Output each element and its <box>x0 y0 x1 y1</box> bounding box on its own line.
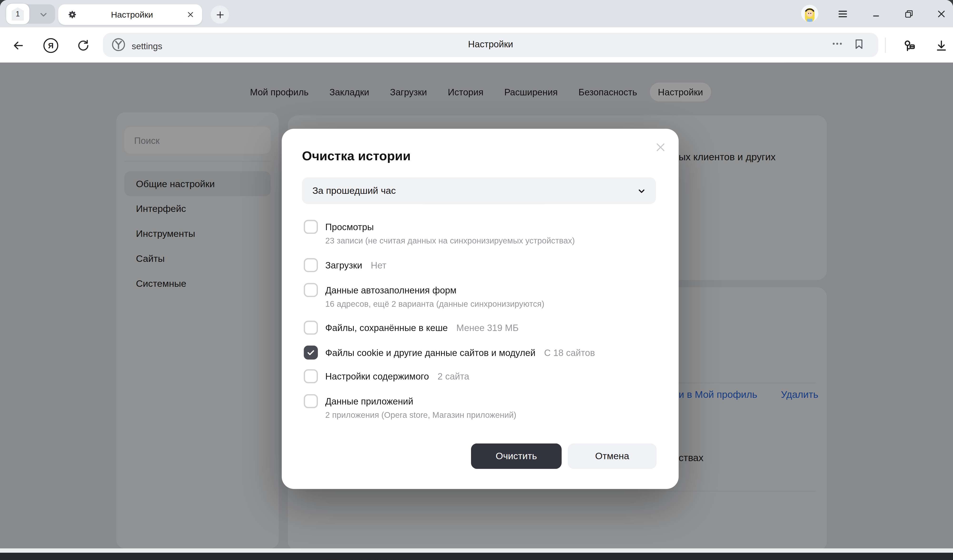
row-subtext: 23 записи (не считая данных на синхрониз… <box>325 237 575 245</box>
history-item-row: Файлы, сохранённые в кеше Менее 319 МБ <box>304 321 666 335</box>
tab-counter-badge: 1 <box>12 8 24 21</box>
back-button[interactable] <box>11 37 26 53</box>
tab-list-dropdown[interactable]: 1 <box>6 4 55 24</box>
history-item-row: Загрузки Нет <box>304 258 666 272</box>
clear-button[interactable]: Очистить <box>471 444 562 469</box>
tab-bar: 1 Настройки <box>0 0 953 27</box>
toolbar-divider <box>885 37 886 53</box>
row-label: Данные приложений <box>325 396 413 406</box>
new-tab-button[interactable] <box>211 5 229 24</box>
tab-counter-button[interactable]: 1 <box>6 3 29 24</box>
page-title-centered: Настройки <box>103 39 878 49</box>
row-label: Просмотры <box>325 222 374 232</box>
cancel-button[interactable]: Отмена <box>568 444 657 469</box>
history-item-row: Файлы cookie и другие данные сайтов и мо… <box>304 345 666 360</box>
checkbox-autofill[interactable] <box>304 283 318 297</box>
period-select[interactable]: За прошедший час <box>302 177 656 204</box>
browser-window: 1 Настройки <box>0 0 953 560</box>
chevron-down-icon <box>39 10 48 21</box>
row-subtext: 16 адресов, ещё 2 варианта (данные синхр… <box>325 299 544 308</box>
row-label: Файлы cookie и другие данные сайтов и мо… <box>325 347 535 357</box>
close-window-button[interactable] <box>935 8 948 21</box>
dialog-close-icon[interactable] <box>654 141 666 153</box>
restore-button[interactable] <box>902 8 916 21</box>
row-label: Данные автозаполнения форм <box>325 285 456 295</box>
tab-title: Настройки <box>77 10 187 20</box>
chevron-down-icon <box>637 186 646 195</box>
row-value: С 18 сайтов <box>544 347 595 357</box>
row-value: Менее 319 МБ <box>456 322 518 333</box>
checkbox-app-data[interactable] <box>304 394 318 408</box>
more-actions-icon[interactable] <box>831 37 843 52</box>
menu-hamburger-icon[interactable] <box>836 8 850 21</box>
desktop-strip <box>0 552 953 560</box>
yandex-home-button[interactable]: Я <box>43 37 59 53</box>
checkbox-content-settings[interactable] <box>304 369 318 383</box>
row-label: Настройки содержимого <box>325 371 429 381</box>
minimize-button[interactable] <box>870 8 883 21</box>
dialog-title: Очистка истории <box>302 149 411 163</box>
tab-close-icon[interactable] <box>187 11 194 18</box>
tab-count: 1 <box>16 10 20 18</box>
address-bar[interactable]: settings Настройки <box>103 33 878 57</box>
row-subtext: 2 приложения (Opera store, Магазин прило… <box>325 411 516 420</box>
toolbar: Я settings Настройки <box>0 27 953 63</box>
downloads-icon[interactable] <box>933 37 950 53</box>
address-right <box>831 37 865 52</box>
window-bottom-edge <box>0 548 953 552</box>
active-tab[interactable]: Настройки <box>58 4 202 25</box>
checkbox-cookies[interactable] <box>304 345 318 360</box>
period-selected-value: За прошедший час <box>312 185 637 196</box>
checkbox-browsing-history[interactable] <box>304 220 318 234</box>
history-item-row: Просмотры 23 записи (не считая данных на… <box>304 220 666 234</box>
history-item-row: Настройки содержимого 2 сайта <box>304 369 666 383</box>
svg-text:Я: Я <box>48 41 54 50</box>
row-label: Загрузки <box>325 260 362 270</box>
row-value: Нет <box>371 260 386 270</box>
clear-history-dialog: Очистка истории За прошедший час Просмот… <box>282 128 678 489</box>
settings-gear-icon <box>67 10 77 20</box>
checkbox-cache[interactable] <box>304 321 318 335</box>
checkbox-downloads[interactable] <box>304 258 318 272</box>
refresh-button[interactable] <box>76 37 92 53</box>
browser-profile-avatar[interactable] <box>801 5 818 22</box>
passwords-key-icon[interactable] <box>901 37 917 53</box>
history-item-row: Данные автозаполнения форм 16 адресов, е… <box>304 283 666 297</box>
history-item-row: Данные приложений 2 приложения (Opera st… <box>304 394 666 408</box>
bookmark-icon[interactable] <box>853 38 865 52</box>
row-value: 2 сайта <box>438 371 469 381</box>
row-label: Файлы, сохранённые в кеше <box>325 322 448 333</box>
